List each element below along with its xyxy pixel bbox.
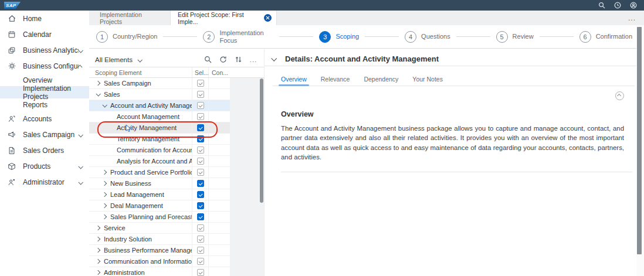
tree-row[interactable]: Sales [89,89,230,100]
tab-dependency[interactable]: Dependency [364,76,398,86]
checkbox[interactable] [197,146,204,154]
search-icon[interactable] [204,56,212,63]
tree-row[interactable]: Sales Campaign [89,78,230,89]
vertical-scrollbar[interactable] [637,27,642,254]
tab-implementation-projects[interactable]: Implementation Projects [100,11,164,25]
clock-icon[interactable] [614,2,621,9]
sidebar-item-implementation-projects[interactable]: Implementation Projects [0,86,89,98]
expander-icon[interactable] [96,91,100,96]
tab-your-notes[interactable]: Your Notes [412,76,443,86]
sidebar-item-home[interactable]: Home [0,11,89,26]
tree-row[interactable]: Industry Solution [89,234,230,245]
details-title: Details: Account and Activity Management [285,54,439,63]
checkbox[interactable] [197,169,204,176]
sidebar-item-products[interactable]: Products [0,158,89,174]
tree-scrollbar[interactable] [260,79,263,203]
tree-row[interactable]: Communication for Account and Ac... [89,145,230,156]
tree-scrollbar-track[interactable] [230,78,264,276]
wizard-step-confirmation[interactable]: 6 Confirmation [579,31,632,43]
tree-row[interactable]: Analysis for Account and Activity M... [89,156,230,167]
sidebar-item-administrator[interactable]: Administrator [0,174,89,190]
chevron-down-icon [79,178,82,186]
checkbox[interactable] [197,102,204,109]
tab-relevance[interactable]: Relevance [321,76,350,86]
divider [265,66,644,66]
checkbox[interactable] [197,224,204,231]
sidebar-item-sales-campaign[interactable]: Sales Campaign [0,127,89,142]
profile-icon[interactable] [630,2,637,9]
tree-row[interactable]: Business Performance Management [89,245,230,256]
step-number: 3 [319,31,331,43]
tree-row[interactable]: Account and Activity Management [89,100,230,111]
details-panel: Details: Account and Activity Management… [264,49,644,276]
wizard-step-scoping[interactable]: 3 Scoping [319,31,359,43]
expander-icon[interactable] [96,248,100,253]
orders-icon [7,146,16,155]
expander-icon[interactable] [102,192,107,197]
expander-icon[interactable] [96,237,100,241]
search-icon[interactable] [598,2,605,9]
expander-icon[interactable] [96,81,100,86]
tree-row[interactable]: Lead Management [89,189,230,200]
checkbox[interactable] [197,135,204,142]
scoping-tree-panel: All Elements ... Scoping Element Sel... … [89,49,264,276]
checkbox[interactable] [197,180,204,187]
tree-row[interactable]: New Business [89,178,230,189]
sidebar-item-sales-orders[interactable]: Sales Orders [0,142,89,158]
wizard-step-country-region[interactable]: 1 Country/Region [96,31,157,43]
more-icon: ... [628,14,636,22]
expander-icon[interactable] [102,103,107,107]
tree-row[interactable]: Communication and Information Excha... [89,256,230,267]
details-collapse-chevron-icon[interactable] [272,57,276,61]
tree-row[interactable]: Sales Planning and Forecasting [89,212,230,223]
navigation-sidebar: Home Calendar Business Analytics Busines… [0,11,89,276]
sidebar-item-business-analytics[interactable]: Business Analytics [0,42,89,58]
checkbox[interactable] [197,258,204,265]
sidebar-item-accounts[interactable]: Accounts [0,111,89,127]
expander-icon[interactable] [96,226,100,230]
tree-row[interactable]: Activity Management [89,122,230,134]
tree-row-label: Activity Management [117,124,177,131]
tree-row-label: Service [104,224,126,231]
close-icon[interactable] [264,14,272,22]
tree-row[interactable]: Account Management [89,111,230,122]
expander-icon[interactable] [102,170,107,175]
wizard-step-implementation-focus[interactable]: 2 Implementation Focus [203,29,273,44]
tabs-overflow-button[interactable]: ... [628,11,644,25]
sort-icon[interactable] [235,56,242,63]
checkbox[interactable] [197,269,204,276]
expander-icon[interactable] [102,181,107,186]
expander-icon[interactable] [102,203,107,208]
step-label: Scoping [335,33,359,40]
expander-icon[interactable] [96,270,100,275]
checkbox[interactable] [197,247,204,254]
tree-row[interactable]: Deal Management [89,200,230,212]
wizard-step-review[interactable]: 5 Review [496,31,534,43]
checkbox[interactable] [197,202,204,209]
checkbox[interactable] [197,124,204,131]
more-icon[interactable]: ... [250,57,257,62]
sidebar-item-business-configuration[interactable]: Business Configuration [0,58,89,74]
expander-icon[interactable] [102,214,107,219]
checkbox[interactable] [197,213,204,220]
tree-row[interactable]: Administration [89,267,230,276]
vertical-scrollbar-track[interactable] [636,25,644,276]
tree-row[interactable]: Service [89,223,230,234]
tab-edit-project-scope[interactable]: Edit Project Scope: First Imple... [170,11,277,25]
checkbox[interactable] [197,113,204,120]
tab-overview[interactable]: Overview [281,76,307,86]
collapse-to-header-icon[interactable] [615,91,624,100]
tree-row[interactable]: Product and Service Portfolio for Sales [89,167,230,178]
wizard-step-questions[interactable]: 4 Questions [405,31,450,43]
checkbox[interactable] [197,91,204,98]
checkbox[interactable] [197,236,204,243]
filter-dropdown[interactable]: All Elements [95,56,141,63]
sidebar-item-calendar[interactable]: Calendar [0,26,89,42]
checkbox[interactable] [197,191,204,198]
refresh-icon[interactable] [219,56,227,63]
tree-row[interactable]: Territory Management [89,134,230,145]
checkbox[interactable] [197,158,204,165]
step-number: 1 [96,31,108,43]
checkbox[interactable] [197,80,204,87]
expander-icon[interactable] [96,259,100,264]
